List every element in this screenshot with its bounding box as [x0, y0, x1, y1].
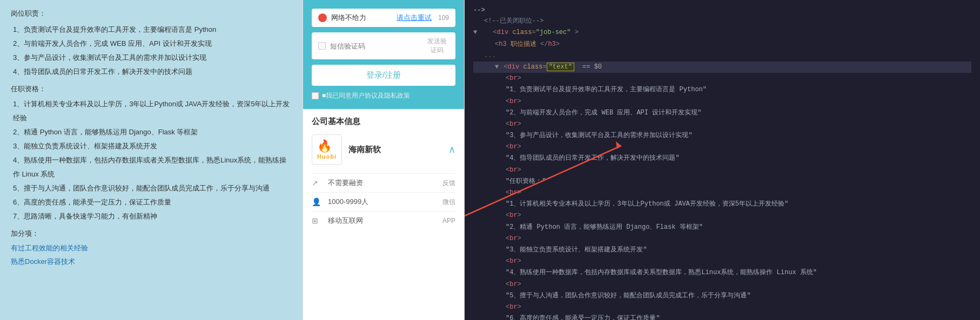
dom-line-qual-title: "任职资格：": [473, 176, 971, 187]
chart-icon: ↗: [312, 179, 324, 187]
error-count: 109: [438, 14, 449, 22]
dom-line-br-6: <br>: [473, 187, 971, 199]
job-description-panel: 岗位职责： 1、负责测试平台及提升效率的工具开发，主要编程语言是 Python …: [0, 0, 303, 320]
sms-input[interactable]: [330, 42, 421, 50]
highlighted-class-attr: "text": [547, 63, 574, 71]
dom-line-br-11: <br>: [473, 302, 971, 313]
dom-line-br-10: <br>: [473, 279, 971, 290]
industry-tag[interactable]: APP: [442, 217, 455, 224]
huobi-logo-text: Huobi: [317, 153, 337, 160]
dom-line-qual-1: "1、计算机相关专业本科及以上学历，3年以上Python或 JAVA开发经验，资…: [473, 199, 971, 210]
funding-text: 不需要融资: [324, 178, 442, 188]
qual-item-3: 3、能独立负责系统设计、框架搭建及系统开发: [11, 139, 292, 153]
company-logo: 🔥 Huobi: [312, 134, 342, 165]
dom-line-qual-3: "3、能独立负责系统设计、框架搭建及系统开发": [473, 244, 971, 256]
dom-line-text-1: "1、负责测试平台及提升效率的工具开发，主要编程语言是 Python": [473, 84, 971, 96]
dom-line-br-3: <br>: [473, 119, 971, 130]
login-register-button[interactable]: 登录/注册: [312, 65, 455, 86]
agree-row: ■我已同意用户协议及隐私政策: [312, 91, 455, 100]
qual-item-4: 4、熟练使用一种数据库，包括内存数据库或者关系型数据库，熟悉Linux系统，能熟…: [11, 153, 292, 181]
huobi-flame-icon: 🔥: [317, 139, 337, 153]
qual-list: 1、计算机相关专业本科及以上学历，3年以上Python或 JAVA开发经验，资深…: [11, 97, 292, 223]
dom-line-job-sec: ▼ <div class="job-sec" >: [473, 27, 971, 38]
grid-icon: ⊞: [312, 216, 324, 225]
duty-item-4: 4、指导团队成员的日常开发工作，解决开发中的技术问题: [11, 65, 292, 79]
bonus-item-1: 有过工程效能的相关经验: [11, 242, 292, 255]
person-icon: 👤: [312, 198, 324, 206]
devtools-code-view[interactable]: --> <!--已关闭职位--> ▼ <div class="job-sec" …: [465, 0, 980, 320]
size-tag[interactable]: 微信: [442, 198, 455, 207]
error-text: 网络不给力: [331, 13, 392, 23]
company-section: 公司基本信息 🔥 Huobi 海南新软 ∧ ↗ 不需要融资 反馈 👤 1000-…: [303, 109, 464, 237]
dom-line-text-selected[interactable]: ▼ <div class="text" == $0: [473, 62, 971, 73]
code-text-duty1: "1、负责测试平台及提升效率的工具开发，主要编程语言是 Python": [473, 86, 707, 93]
bonus-title: 加分项：: [11, 229, 292, 239]
login-section: 网络不给力 请点击重试 109 发送验证码 登录/注册 ■我已同意用户协议及隐私…: [303, 0, 464, 109]
duty-list: 1、负责测试平台及提升效率的工具开发，主要编程语言是 Python 2、与前端开…: [11, 23, 292, 79]
dom-line-br-5: <br>: [473, 165, 971, 176]
retry-link[interactable]: 请点击重试: [397, 13, 432, 23]
qual-item-1: 1、计算机相关专业本科及以上学历，3年以上Python或 JAVA开发经验，资深…: [11, 97, 292, 125]
bonus-item-2: 熟悉Docker容器技术: [11, 255, 292, 269]
dom-line-qual-6: "6、高度的责任感，能承受一定压力，保证工作质量": [473, 313, 971, 320]
company-info-funding: ↗ 不需要融资 反馈: [312, 173, 455, 192]
dom-equals-marker: == $0: [582, 63, 602, 71]
dom-line-br-9: <br>: [473, 256, 971, 267]
agree-checkbox[interactable]: [312, 92, 319, 99]
qual-item-7: 7、思路清晰，具备快速学习能力，有创新精神: [11, 209, 292, 223]
industry-text: 移动互联网: [324, 216, 442, 226]
middle-panel: 网络不给力 请点击重试 109 发送验证码 登录/注册 ■我已同意用户协议及隐私…: [303, 0, 465, 320]
qual-item-5: 5、擅于与人沟通，团队合作意识较好，能配合团队成员完成工作，乐于分享与沟通: [11, 181, 292, 195]
company-name: 海南新软: [348, 145, 381, 155]
sms-checkbox[interactable]: [318, 42, 326, 50]
bonus-list: 有过工程效能的相关经验 熟悉Docker容器技术: [11, 242, 292, 268]
dom-line-br-2: <br>: [473, 96, 971, 107]
company-info-size: 👤 1000-9999人 微信: [312, 192, 455, 211]
duty-item-3: 3、参与产品设计，收集测试平台及工具的需求并加以设计实现: [11, 51, 292, 65]
dom-line-br-1: <br>: [473, 73, 971, 84]
login-error-row: 网络不给力 请点击重试 109: [312, 9, 455, 27]
dom-line-text-2: "2、与前端开发人员合作，完成 WEB 应用、API 设计和开发实现": [473, 107, 971, 119]
company-logo-row: 🔥 Huobi 海南新软 ∧: [312, 134, 455, 165]
send-sms-button[interactable]: 发送验证码: [425, 37, 449, 55]
dom-line-qual-5: "5、擅于与人沟通，团队合作意识较好，能配合团队成员完成工作，乐于分享与沟通": [473, 290, 971, 302]
dom-line-qual-2: "2、精通 Python 语言，能够熟练运用 Django、Flask 等框架": [473, 222, 971, 233]
dom-line-h3: <h3 职位描述 </h3>: [473, 39, 971, 50]
selected-expand-icon[interactable]: ▼: [495, 63, 499, 71]
dom-line-br-7: <br>: [473, 210, 971, 221]
dom-line-qual-4: "4、熟练使用一种数据库，包括内存数据库或者关系型数据库，熟悉Linux系统，能…: [473, 267, 971, 278]
duty-item-2: 2、与前端开发人员合作，完成 WEB 应用、API 设计和开发实现: [11, 37, 292, 51]
qual-item-2: 2、精通 Python 语言，能够熟练运用 Django、Flask 等框架: [11, 125, 292, 139]
error-icon: [318, 13, 327, 22]
company-info-industry: ⊞ 移动互联网 APP: [312, 211, 455, 230]
company-section-title: 公司基本信息: [312, 117, 455, 127]
size-text: 1000-9999人: [324, 197, 442, 207]
dom-line-text-4: "4、指导团队成员的日常开发工作，解决开发中的技术问题": [473, 153, 971, 164]
duty-title: 岗位职责：: [11, 9, 292, 18]
dom-line-comment: <!--已关闭职位-->: [473, 16, 971, 27]
dom-line-ellipsis: ...: [473, 50, 971, 62]
dom-line-text-3: "3、参与产品设计，收集测试平台及工具的需求并加以设计实现": [473, 130, 971, 141]
company-expand-icon[interactable]: ∧: [448, 144, 455, 155]
funding-tag[interactable]: 反馈: [442, 179, 455, 188]
dom-line-br-4: <br>: [473, 141, 971, 153]
dom-line-br-8: <br>: [473, 233, 971, 244]
agree-text: ■我已同意用户协议及隐私政策: [322, 91, 410, 100]
devtools-panel: --> <!--已关闭职位--> ▼ <div class="job-sec" …: [465, 0, 980, 320]
qual-title: 任职资格：: [11, 84, 292, 94]
sms-row: 发送验证码: [312, 32, 455, 59]
duty-item-1: 1、负责测试平台及提升效率的工具开发，主要编程语言是 Python: [11, 23, 292, 37]
qual-item-6: 6、高度的责任感，能承受一定压力，保证工作质量: [11, 195, 292, 209]
expand-icon[interactable]: ▼: [473, 29, 477, 36]
